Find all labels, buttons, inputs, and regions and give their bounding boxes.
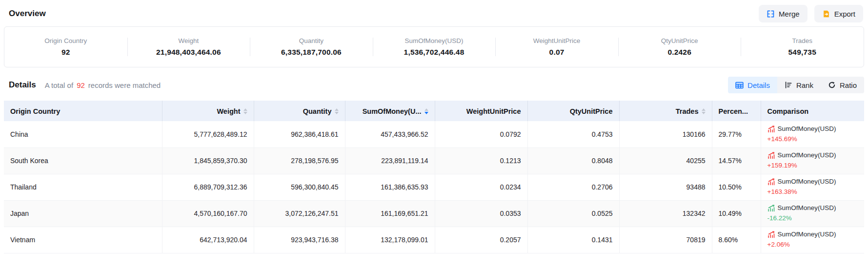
column-header-label: SumOfMoney(U...: [363, 107, 422, 115]
export-button[interactable]: Export: [814, 5, 863, 22]
cell-origin-country: Vietnam: [4, 227, 162, 253]
comparison-metric-label: SumOfMoney(USD): [778, 203, 836, 213]
stat-value: 92: [61, 48, 70, 57]
cell-quantity: 962,386,418.61: [254, 121, 345, 147]
cell-trades: 93488: [619, 174, 712, 200]
comparison-change-value: +163.38%: [767, 187, 858, 197]
comparison-change-value: +145.69%: [767, 134, 858, 145]
sort-toggle-icon[interactable]: [702, 108, 706, 114]
stat-item: QtyUnitPrice 0.2426: [618, 27, 741, 67]
table-row[interactable]: South Korea 1,845,859,370.30 278,198,576…: [4, 147, 864, 174]
stat-item: Quantity 6,335,187,700.06: [250, 27, 373, 67]
cell-weight-unit-price: 0.1213: [435, 147, 527, 174]
cell-comparison: SumOfMoney(USD) +159.19%: [761, 147, 864, 174]
column-header-label: Weight: [217, 107, 240, 115]
column-header-comparison[interactable]: Comparison: [761, 101, 864, 121]
table-grid-icon: [735, 82, 744, 89]
merge-icon: [767, 10, 775, 18]
cell-percentage: 10.50%: [712, 174, 761, 200]
cell-qty-unit-price: 0.4753: [527, 121, 619, 147]
sort-toggle-icon[interactable]: [335, 108, 339, 114]
column-header-label: Quantity: [303, 107, 332, 115]
cell-comparison: SumOfMoney(USD) +163.38%: [761, 174, 864, 200]
trend-chart-icon: [767, 152, 775, 159]
trend-chart-icon: [767, 126, 775, 133]
column-header-weightunitprice[interactable]: WeightUnitPrice: [435, 101, 527, 121]
cell-origin-country: South Korea: [4, 147, 162, 174]
cell-comparison: SumOfMoney(USD) +2.06%: [761, 227, 864, 253]
view-switch: Details Rank Ratio: [728, 77, 864, 93]
cell-sum-of-money: 161,169,651.21: [345, 200, 435, 227]
merge-button-label: Merge: [779, 10, 800, 18]
column-header-label: Comparison: [767, 107, 809, 115]
cell-percentage: 10.49%: [712, 200, 761, 227]
table-row[interactable]: Thailand 6,889,709,312.36 596,300,840.45…: [4, 174, 864, 200]
cell-percentage: 14.57%: [712, 147, 761, 174]
stat-item: Origin Country 92: [4, 27, 127, 67]
stat-label: WeightUnitPrice: [533, 37, 581, 44]
stat-label: Trades: [792, 37, 813, 44]
cell-qty-unit-price: 0.0525: [527, 200, 619, 227]
cell-weight-unit-price: 0.0353: [435, 200, 527, 227]
export-icon: [822, 10, 830, 18]
cell-trades: 130166: [619, 121, 712, 147]
column-header-origin-country[interactable]: Origin Country: [4, 101, 162, 121]
details-table: Origin Country Weight Quantity SumOfMone…: [4, 101, 864, 253]
table-row[interactable]: Japan 4,570,160,167.70 3,072,126,247.51 …: [4, 200, 864, 227]
cell-origin-country: Japan: [4, 200, 162, 227]
cell-trades: 40255: [619, 147, 712, 174]
page-title: Overview: [9, 9, 46, 19]
column-header-quantity[interactable]: Quantity: [254, 101, 345, 121]
comparison-metric-label: SumOfMoney(USD): [778, 150, 836, 161]
column-header-qtyunitprice[interactable]: QtyUnitPrice: [527, 101, 619, 121]
column-header-label: Origin Country: [10, 107, 60, 115]
stat-value: 6,335,187,700.06: [281, 48, 342, 57]
cell-comparison: SumOfMoney(USD) -16.22%: [761, 200, 864, 227]
tab-rank[interactable]: Rank: [777, 77, 821, 93]
stat-value: 1,536,702,446.48: [404, 48, 464, 57]
cell-qty-unit-price: 0.2706: [527, 174, 619, 200]
column-header-sumofmoney-u[interactable]: SumOfMoney(U...: [345, 101, 435, 121]
table-row[interactable]: Vietnam 642,713,920.04 923,943,716.38 13…: [4, 227, 864, 253]
match-summary-prefix: A total of: [45, 81, 73, 89]
cell-quantity: 278,198,576.95: [254, 147, 345, 174]
merge-button[interactable]: Merge: [759, 5, 807, 22]
stat-label: Weight: [178, 37, 199, 44]
comparison-metric-label: SumOfMoney(USD): [778, 177, 836, 187]
topbar: Overview Merge Export: [4, 0, 864, 26]
cell-sum-of-money: 161,386,635.93: [345, 174, 435, 200]
details-bar: Details A total of 92 records were match…: [4, 75, 864, 95]
stat-label: Quantity: [299, 37, 323, 44]
cell-qty-unit-price: 0.1431: [527, 227, 619, 253]
trend-chart-icon: [767, 178, 775, 186]
sort-toggle-icon[interactable]: [243, 108, 247, 114]
cell-trades: 70819: [619, 227, 712, 253]
stat-value: 0.07: [549, 48, 565, 57]
comparison-change-value: -16.22%: [767, 213, 858, 224]
column-header-label: QtyUnitPrice: [570, 107, 613, 115]
sort-toggle-icon[interactable]: [424, 108, 428, 114]
cell-quantity: 596,300,840.45: [254, 174, 345, 200]
table-row[interactable]: China 5,777,628,489.12 962,386,418.61 45…: [4, 121, 864, 147]
cell-percentage: 29.77%: [712, 121, 761, 147]
details-title: Details: [9, 80, 36, 90]
column-header-label: WeightUnitPrice: [466, 107, 521, 115]
stat-item: Weight 21,948,403,464.06: [127, 27, 250, 67]
column-header-label: Trades: [676, 107, 699, 115]
cell-weight-unit-price: 0.0234: [435, 174, 527, 200]
comparison-change-value: +2.06%: [767, 240, 858, 250]
comparison-metric-label: SumOfMoney(USD): [778, 230, 836, 240]
ratio-cycle-icon: [828, 81, 836, 89]
column-header-trades[interactable]: Trades: [619, 101, 712, 121]
tab-ratio[interactable]: Ratio: [821, 77, 864, 93]
cell-percentage: 8.60%: [712, 227, 761, 253]
tab-details[interactable]: Details: [728, 77, 777, 93]
stat-value: 549,735: [788, 48, 816, 57]
stat-value: 0.2426: [667, 48, 691, 57]
table-header-row: Origin Country Weight Quantity SumOfMone…: [4, 101, 864, 121]
cell-weight: 5,777,628,489.12: [162, 121, 254, 147]
column-header-percen[interactable]: Percen...: [712, 101, 761, 121]
column-header-weight[interactable]: Weight: [162, 101, 254, 121]
tab-ratio-label: Ratio: [840, 81, 857, 89]
stat-label: SumOfMoney(USD): [405, 37, 464, 44]
